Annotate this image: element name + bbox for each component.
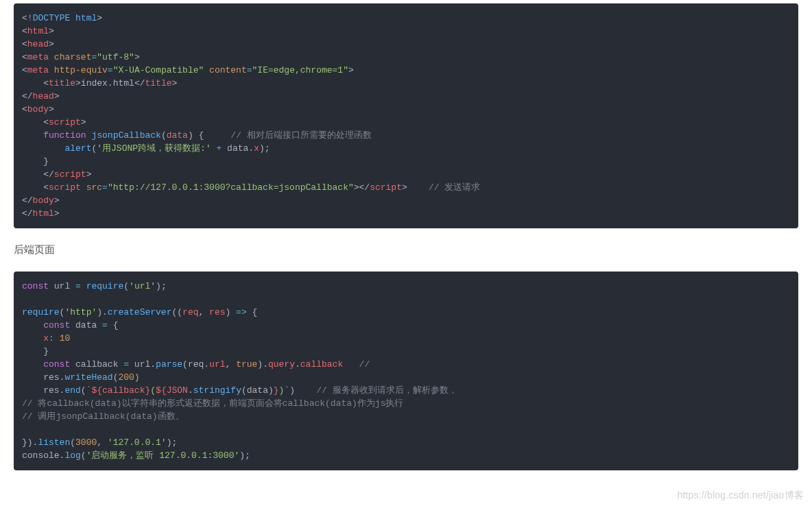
code-line: <script src="http://127.0.0.1:3000?callb… — [22, 181, 790, 194]
code-token: "http://127.0.0.1:3000?callback=jsonpCal… — [108, 182, 354, 193]
code-line: } — [22, 345, 790, 358]
code-line: <!DOCTYPE html> — [22, 12, 790, 25]
code-token: alert — [64, 143, 91, 154]
code-token: . — [248, 143, 254, 154]
code-token: , — [198, 307, 209, 317]
code-token: = — [75, 281, 81, 291]
code-token: // 发送请求 — [429, 182, 480, 193]
code-token: index.html — [81, 78, 134, 88]
code-token: req — [182, 307, 198, 317]
code-token: require — [22, 307, 60, 317]
code-line: </head> — [22, 90, 790, 103]
code-token: ) — [226, 307, 237, 317]
code-token: script — [370, 182, 402, 193]
code-line: // 调用jsonpCallback(data)函数。 — [22, 410, 790, 423]
code-token: const — [22, 281, 49, 291]
code-token: x — [43, 333, 49, 344]
code-token: < — [43, 182, 49, 193]
code-token: > — [81, 117, 86, 128]
code-token: src — [86, 182, 102, 193]
code-token: "IE=edge,chrome=1" — [252, 65, 348, 75]
code-line: <title>index.html</title> — [22, 77, 790, 90]
code-token: ); — [167, 437, 178, 448]
code-token: }). — [22, 437, 38, 448]
code-token: require — [86, 281, 124, 291]
code-token — [81, 182, 86, 193]
code-token — [81, 281, 86, 291]
code-token: = — [123, 359, 129, 370]
code-token: stringify — [193, 385, 241, 396]
code-line: </script> — [22, 168, 790, 181]
code-token: 10 — [60, 333, 71, 344]
code-token: const — [43, 359, 70, 370]
page-container: <!DOCTYPE html><html><head><meta charset… — [0, 0, 812, 484]
code-token: > — [86, 169, 92, 180]
code-line: require('http').createServer((req, res) … — [22, 306, 790, 319]
code-token: html — [33, 208, 54, 219]
code-token: listen — [38, 437, 70, 448]
code-line: const url = require('url'); — [22, 280, 790, 293]
code-token: url — [209, 359, 225, 370]
code-token: jsonpCallback — [91, 130, 160, 141]
code-block-backend: const url = require('url'); require('htt… — [14, 272, 798, 470]
code-token: const — [43, 320, 70, 330]
code-token: : — [49, 333, 54, 344]
code-token: > — [49, 26, 54, 36]
code-token: { — [108, 320, 119, 330]
code-token: 200 — [118, 372, 134, 383]
section-title-backend: 后端页面 — [14, 243, 798, 256]
code-token: > — [54, 91, 60, 101]
code-token: end — [64, 385, 80, 396]
code-token: title — [145, 78, 171, 88]
code-token: </ — [22, 195, 33, 206]
code-token: > — [49, 39, 54, 49]
code-token: > — [54, 195, 60, 206]
code-token: > — [402, 182, 407, 193]
code-token: log — [64, 450, 80, 461]
code-token: ( — [81, 450, 86, 461]
code-line: }).listen(3000, '127.0.0.1'); — [22, 436, 790, 449]
code-token: = — [102, 182, 108, 193]
code-token: createServer — [108, 307, 172, 317]
code-line: function jsonpCallback(data) { // 相对后端接口… — [22, 129, 790, 142]
code-token: content — [209, 65, 247, 75]
code-token: } — [274, 385, 279, 396]
code-token: ). — [257, 359, 268, 370]
code-token: '127.0.0.1' — [108, 437, 167, 448]
code-token: </ — [43, 169, 54, 180]
code-token: url — [49, 281, 75, 291]
code-token: url. — [129, 359, 156, 370]
code-token: ( — [241, 385, 247, 396]
code-token: { — [247, 307, 258, 317]
code-token: ) — [268, 385, 274, 396]
code-token — [49, 52, 54, 62]
code-token: ) { — [188, 130, 230, 141]
code-token — [22, 182, 43, 193]
code-line: <meta charset="utf-8"> — [22, 51, 790, 64]
code-token: body — [27, 104, 49, 115]
code-block-frontend: <!DOCTYPE html><html><head><meta charset… — [14, 3, 798, 228]
code-token: "X-UA-Compatible" — [113, 65, 204, 75]
code-token: query — [268, 359, 295, 370]
code-token: . — [188, 385, 193, 396]
code-token: > — [348, 65, 354, 75]
code-token: script — [49, 117, 81, 128]
code-token: charset — [54, 52, 92, 62]
code-token: . — [295, 359, 300, 370]
code-token: > — [75, 78, 81, 88]
code-token: head — [27, 39, 49, 49]
code-token: data — [222, 143, 248, 154]
code-token — [22, 117, 43, 128]
code-token: // 服务器收到请求后，解析参数， — [316, 385, 457, 396]
code-token: < — [22, 52, 27, 62]
code-token: ) — [289, 385, 316, 396]
code-token: < — [22, 65, 27, 75]
code-token: res. — [22, 372, 64, 383]
code-token: ); — [239, 450, 250, 461]
code-token: } — [22, 346, 49, 357]
code-token: ); — [156, 281, 167, 291]
code-token: ); — [259, 143, 270, 154]
code-token: > — [97, 13, 102, 23]
code-line: <script> — [22, 116, 790, 129]
code-line — [22, 293, 790, 306]
